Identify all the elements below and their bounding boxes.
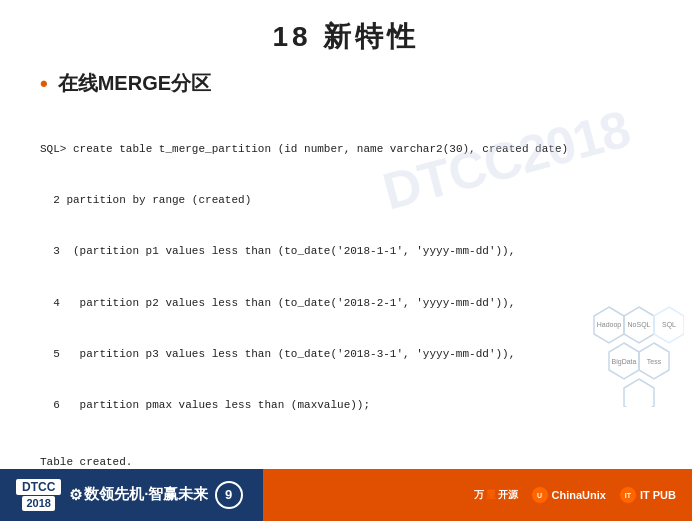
- code-line-4: 4 partition p2 values less than (to_date…: [40, 295, 652, 312]
- svg-text:SQL: SQL: [662, 321, 676, 329]
- dtcc-year: 2018: [22, 496, 54, 511]
- footer-right: 万 里 开源 U ChinaUnix IT IT PUB: [474, 487, 676, 503]
- code-line-1: SQL> create table t_merge_partition (id …: [40, 141, 652, 158]
- footer-bar: DTCC 2018 ⚙ 数领先机·智赢未来 9 万 里 开源 U ChinaUn…: [0, 469, 692, 521]
- svg-marker-4: [654, 307, 684, 343]
- dtcc-badge-block: DTCC 2018: [16, 479, 61, 512]
- content-area: 18 新特性 • 在线MERGE分区 SQL> create table t_m…: [0, 0, 692, 469]
- section-heading: • 在线MERGE分区: [40, 70, 652, 97]
- result-1: Table created.: [40, 456, 652, 468]
- footer-left: DTCC 2018 ⚙ 数领先机·智赢未来 9: [16, 479, 243, 512]
- dtcc-label: DTCC: [16, 479, 61, 495]
- code-line-5: 5 partition p3 values less than (to_date…: [40, 346, 652, 363]
- slide-title: 18 新特性: [40, 18, 652, 56]
- bullet-dot: •: [40, 71, 48, 97]
- logo-chinaunix: U ChinaUnix: [532, 487, 606, 503]
- logo-itpub: IT IT PUB: [620, 487, 676, 503]
- footer-slogan: ⚙ 数领先机·智赢未来 9: [69, 481, 242, 509]
- code-line-2: 2 partition by range (created): [40, 192, 652, 209]
- slide-container: 18 新特性 • 在线MERGE分区 SQL> create table t_m…: [0, 0, 692, 521]
- itpub-icon: IT: [620, 487, 636, 503]
- logo-wanli: 万 里 开源: [474, 488, 518, 502]
- slogan-text: 数领先机·智赢未来: [84, 485, 208, 504]
- number-badge: 9: [215, 481, 243, 509]
- chinaunix-icon: U: [532, 487, 548, 503]
- code-line-6: 6 partition pmax values less than (maxva…: [40, 397, 652, 414]
- gear-icon: ⚙: [69, 486, 82, 504]
- code-line-3: 3 (partition p1 values less than (to_dat…: [40, 243, 652, 260]
- code-block-main: SQL> create table t_merge_partition (id …: [40, 107, 652, 448]
- section-heading-text: 在线MERGE分区: [58, 70, 211, 97]
